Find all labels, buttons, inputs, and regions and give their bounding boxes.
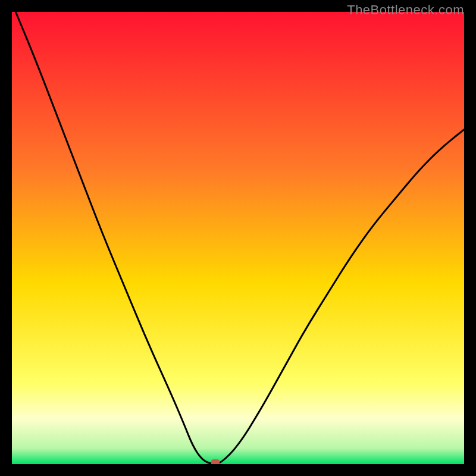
watermark-label: TheBottleneck.com [347, 2, 464, 18]
chart-frame: TheBottleneck.com [0, 0, 476, 476]
bottleneck-chart [12, 12, 464, 464]
gradient-background [12, 12, 464, 464]
optimum-marker [211, 459, 220, 464]
